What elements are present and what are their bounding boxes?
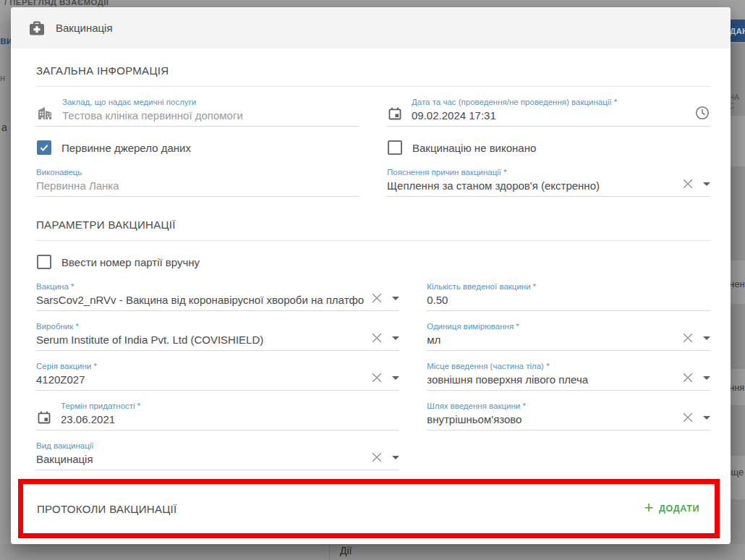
dropdown-caret-icon[interactable] xyxy=(392,297,399,300)
dialog-header: Вакцинація xyxy=(11,7,731,48)
unit-field[interactable]: Одиниця вимірювання * мл xyxy=(427,318,710,351)
clear-icon[interactable] xyxy=(370,291,384,305)
route-field[interactable]: Шлях введення вакцини * внутрішньом'язов… xyxy=(427,397,710,430)
expiration-field[interactable]: Термін придатності * 23.06.2021 xyxy=(36,397,399,430)
lot-label: Серія вакцини * xyxy=(36,361,364,371)
background-text-fragment: Дії xyxy=(340,545,352,556)
site-label: Місце введення (частина тіла) * xyxy=(427,361,675,371)
dropdown-caret-icon[interactable] xyxy=(703,416,710,420)
kind-field[interactable]: Вид вакцинації Вакцинація xyxy=(36,437,399,470)
clear-icon[interactable] xyxy=(681,370,695,385)
performer-field[interactable]: Виконавець Первинна Ланка xyxy=(36,164,359,197)
clock-icon[interactable] xyxy=(694,105,710,121)
expiration-value: 23.06.2021 xyxy=(61,412,399,426)
clear-icon[interactable] xyxy=(681,177,695,191)
site-value: зовнішня поверхня лівого плеча xyxy=(427,373,675,386)
background-text-fragment: н xyxy=(0,72,5,83)
background-table-stripe xyxy=(731,304,745,369)
add-protocol-label: ДОДАТИ xyxy=(659,504,699,514)
amount-value: 0.50 xyxy=(427,293,710,307)
explanation-field[interactable]: Пояснення причин вакцинації * Щеплення з… xyxy=(387,164,710,197)
facility-label: Заклад, що надає медичні послуги xyxy=(62,97,359,107)
medkit-icon xyxy=(27,19,46,38)
kind-label: Вид вакцинації xyxy=(36,441,364,451)
dropdown-caret-icon[interactable] xyxy=(703,336,710,340)
manufacturer-field[interactable]: Виробник * Serum Institute of India Pvt.… xyxy=(36,318,399,351)
explanation-value: Щеплення за станом здоров'я (екстренно) xyxy=(387,179,675,192)
clear-icon[interactable] xyxy=(681,410,695,425)
background-text-fragment: ння xyxy=(729,382,744,393)
unit-value: мл xyxy=(427,333,675,347)
datetime-label: Дата та час (проведення/не проведення) в… xyxy=(412,97,689,107)
amount-label: Кількість введеної вакцини * xyxy=(427,281,710,292)
vaccine-value: SarsCov2_nRVv - Вакцина від коронавірусн… xyxy=(36,293,364,307)
manufacturer-value: Serum Institute of India Pvt. Ltd (COVIS… xyxy=(36,333,364,347)
building-icon xyxy=(36,104,54,122)
section-heading-protocols: ПРОТОКОЛИ ВАКЦИНАЦІЇ xyxy=(37,503,177,515)
amount-field[interactable]: Кількість введеної вакцини * 0.50 xyxy=(427,278,710,311)
performer-value: Первинна Ланка xyxy=(36,179,359,192)
lot-value: 4120Z027 xyxy=(36,373,364,386)
protocols-section-highlight: ПРОТОКОЛИ ВАКЦИНАЦІЇ + ДОДАТИ xyxy=(18,479,720,538)
calendar-icon xyxy=(387,106,403,122)
dropdown-caret-icon[interactable] xyxy=(392,336,399,340)
empty-cell xyxy=(427,430,710,470)
background-divider xyxy=(329,544,330,560)
vaccination-dialog: Вакцинація ЗАГАЛЬНА ІНФОРМАЦІЯ Заклад, щ… xyxy=(11,7,731,544)
primary-source-label: Первинне джерело даних xyxy=(61,142,191,154)
vaccine-label: Вакцина * xyxy=(36,281,364,292)
background-table-stripe xyxy=(731,166,745,260)
lot-field[interactable]: Серія вакцини * 4120Z027 xyxy=(36,357,399,391)
dialog-title: Вакцинація xyxy=(56,22,113,34)
plus-icon: + xyxy=(644,501,654,514)
datetime-value: 09.02.2024 17:31 xyxy=(412,109,689,122)
background-table-stripe xyxy=(731,405,745,456)
route-label: Шлях введення вакцини * xyxy=(427,401,675,411)
not-performed-checkbox-row: Вакцинацію не виконано xyxy=(387,139,710,156)
section-heading-general: ЗАГАЛЬНА ІНФОРМАЦІЯ xyxy=(36,48,710,87)
breadcrumb: / ПЕРЕГЛЯД ВЗАЄМОДІЇ xyxy=(4,0,108,7)
expiration-label: Термін придатності * xyxy=(61,401,399,411)
add-protocol-button[interactable]: + ДОДАТИ xyxy=(643,500,701,517)
background-text-fragment: а xyxy=(1,122,7,133)
manufacturer-label: Виробник * xyxy=(36,321,364,331)
primary-source-checkbox[interactable] xyxy=(37,140,51,155)
unit-label: Одиниця вимірювання * xyxy=(427,321,675,331)
explanation-label: Пояснення причин вакцинації * xyxy=(387,167,675,177)
background-text-fragment: НА С xyxy=(728,93,745,110)
clear-icon[interactable] xyxy=(370,370,384,385)
background-text-fragment: нен xyxy=(729,279,745,289)
not-performed-label: Вакцинацію не виконано xyxy=(412,142,536,154)
datetime-field[interactable]: Дата та час (проведення/не проведення) в… xyxy=(387,93,710,127)
background-row xyxy=(0,544,745,560)
dropdown-caret-icon[interactable] xyxy=(703,182,710,186)
site-field[interactable]: Місце введення (частина тіла) * зовнішня… xyxy=(427,357,710,391)
dropdown-caret-icon[interactable] xyxy=(392,376,399,380)
clear-icon[interactable] xyxy=(681,331,695,345)
performer-label: Виконавець xyxy=(36,167,359,177)
not-performed-checkbox[interactable] xyxy=(388,140,402,155)
primary-source-checkbox-row: Первинне джерело даних xyxy=(36,139,359,156)
clear-icon[interactable] xyxy=(370,450,384,464)
kind-value: Вакцинація xyxy=(36,452,364,466)
route-value: внутрішньом'язово xyxy=(427,412,675,426)
calendar-icon xyxy=(36,410,52,426)
vaccine-field[interactable]: Вакцина * SarsCov2_nRVv - Вакцина від ко… xyxy=(36,278,399,311)
section-heading-parameters: ПАРАМЕТРИ ВАКЦИНАЦІЇ xyxy=(36,197,710,241)
facility-field[interactable]: Заклад, що надає медичні послуги Тестова… xyxy=(36,93,359,127)
facility-value: Тестова клініка первинної допомоги xyxy=(62,109,359,122)
manual-lot-label: Ввести номер партії вручну xyxy=(61,256,200,268)
dropdown-caret-icon[interactable] xyxy=(703,376,710,380)
dropdown-caret-icon[interactable] xyxy=(392,456,399,459)
manual-lot-checkbox-row: Ввести номер партії вручну xyxy=(36,253,710,271)
clear-icon[interactable] xyxy=(370,331,384,345)
manual-lot-checkbox[interactable] xyxy=(37,255,51,269)
